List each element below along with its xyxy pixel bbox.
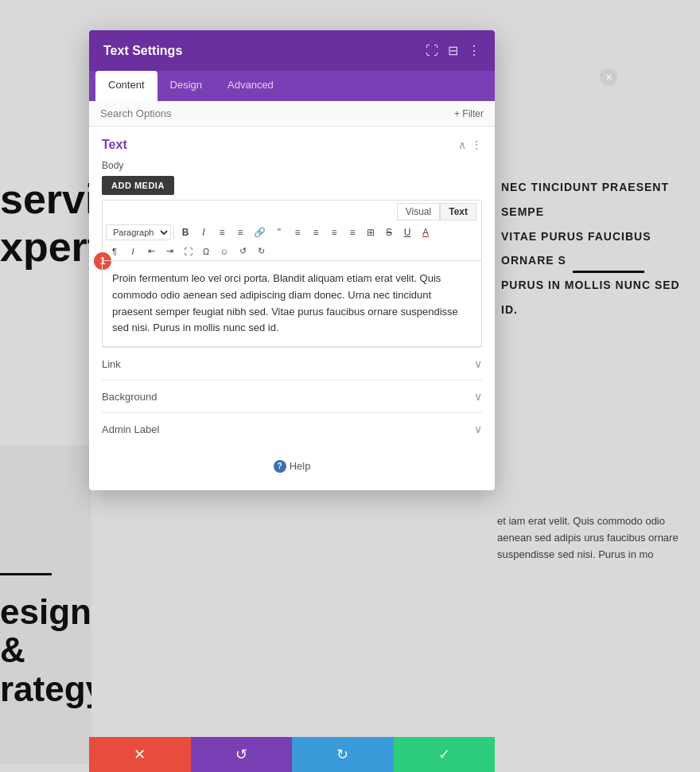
filter-button[interactable]: + Filter (454, 108, 484, 119)
admin-chevron-icon: ∨ (474, 423, 482, 435)
tab-design[interactable]: Design (158, 71, 215, 101)
link-section-header[interactable]: Link ∨ (102, 357, 482, 370)
view-tab-visual[interactable]: Visual (397, 203, 440, 220)
search-input[interactable] (100, 107, 454, 119)
header-icons: ⛶ ⊟ ⋮ (426, 43, 480, 58)
help-section: ? Help (102, 445, 482, 479)
italic-button[interactable]: I (195, 224, 212, 240)
separator-1 (173, 226, 174, 239)
paragraph-select[interactable]: Paragraph (106, 224, 171, 240)
link-label: Link (102, 358, 121, 370)
link-section: Link ∨ (102, 347, 482, 380)
panel-body: Text ∧ ⋮ Body ADD MEDIA Visual Text Para… (89, 127, 495, 490)
align-center-button[interactable]: ≡ (307, 224, 325, 240)
add-media-button[interactable]: ADD MEDIA (102, 176, 174, 195)
text-settings-panel: Text Settings ⛶ ⊟ ⋮ Content Design Advan… (89, 30, 495, 490)
table-button[interactable]: ⊞ (362, 224, 379, 240)
background-label: Background (102, 391, 157, 403)
editor-wrapper: 1 Proin fermentum leo vel orci porta. Bl… (102, 260, 482, 347)
view-tabs: Visual Text (397, 203, 476, 220)
ul-button[interactable]: ≡ (213, 224, 231, 240)
omega-btn[interactable]: Ω (197, 244, 215, 259)
align-justify-button[interactable]: ≡ (344, 224, 361, 240)
section-controls: ∧ ⋮ (458, 138, 482, 151)
section-more-icon[interactable]: ⋮ (471, 138, 482, 151)
admin-label-header[interactable]: Admin Label ∨ (102, 423, 482, 435)
link-button[interactable]: 🔗 (250, 224, 270, 240)
redo-button[interactable]: ↻ (292, 737, 394, 772)
tab-advanced[interactable]: Advanced (215, 71, 286, 101)
background-section-header[interactable]: Background ∨ (102, 390, 482, 403)
underline-button[interactable]: U (399, 224, 416, 240)
undo-editor-btn[interactable]: ↺ (234, 244, 251, 259)
link-chevron-icon: ∨ (474, 357, 482, 370)
editor-content[interactable]: Proin fermentum leo vel orci porta. Blan… (102, 260, 482, 347)
more-options-icon[interactable]: ⋮ (468, 43, 480, 58)
admin-label: Admin Label (102, 423, 159, 435)
panel-tabs: Content Design Advanced (89, 71, 495, 101)
text-section-header: Text ∧ ⋮ (102, 138, 482, 152)
align-left-button[interactable]: ≡ (289, 224, 306, 240)
action-bar: ✕ ↺ ↻ ✓ (89, 737, 495, 772)
fullscreen-icon[interactable]: ⛶ (426, 44, 438, 58)
collapse-icon[interactable]: ∧ (458, 138, 466, 151)
view-tab-text[interactable]: Text (440, 203, 476, 220)
background-section: Background ∨ (102, 380, 482, 412)
columns-icon[interactable]: ⊟ (448, 43, 458, 58)
outdent-btn[interactable]: ⇤ (142, 244, 160, 259)
color-button[interactable]: A (417, 224, 434, 240)
tab-content[interactable]: Content (95, 71, 158, 101)
help-icon: ? (274, 460, 286, 473)
align-right-button[interactable]: ≡ (325, 224, 343, 240)
toolbar-row-2: ¶ I ⇤ ⇥ ⛶ Ω ☺ ↺ ↻ (102, 242, 482, 260)
toolbar-row-1: Paragraph B I ≡ ≡ 🔗 " ≡ ≡ ≡ ≡ ⊞ S U A (102, 223, 482, 242)
close-icon[interactable]: ✕ (600, 68, 617, 86)
blockquote-button[interactable]: " (270, 224, 288, 240)
help-label: Help (290, 460, 311, 472)
increase-indent-btn[interactable]: ⇥ (161, 244, 178, 259)
bold-button[interactable]: B (177, 224, 194, 240)
undo-button[interactable]: ↺ (191, 737, 293, 772)
redo-editor-btn[interactable]: ↻ (252, 244, 270, 259)
body-label: Body (102, 160, 482, 171)
emoji-btn[interactable]: ☺ (216, 244, 233, 259)
search-bar: + Filter (89, 101, 495, 127)
section-title: Text (102, 138, 127, 152)
background-chevron-icon: ∨ (474, 390, 482, 403)
admin-label-section: Admin Label ∨ (102, 412, 482, 445)
indent-btn[interactable]: I (124, 244, 142, 259)
cancel-button[interactable]: ✕ (89, 737, 191, 772)
save-button[interactable]: ✓ (394, 737, 496, 772)
strikethrough-button[interactable]: S (380, 224, 398, 240)
ol-button[interactable]: ≡ (231, 224, 249, 240)
panel-header: Text Settings ⛶ ⊟ ⋮ (89, 30, 495, 71)
fullscreen-editor-btn[interactable]: ⛶ (179, 244, 196, 259)
editor-toolbar-top: Visual Text (102, 200, 482, 223)
help-button[interactable]: ? Help (274, 460, 311, 473)
panel-title: Text Settings (103, 44, 182, 58)
